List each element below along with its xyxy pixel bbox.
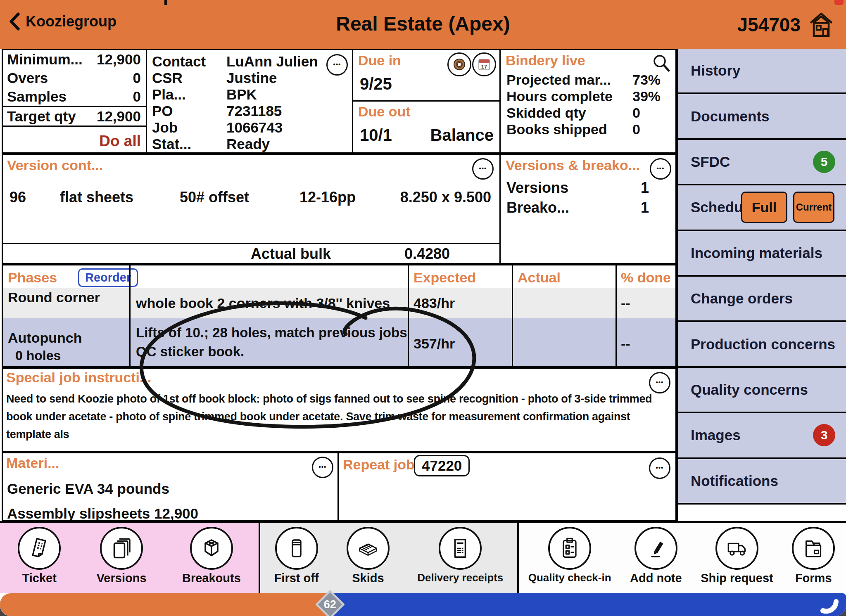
- more-icon[interactable]: [326, 54, 348, 76]
- sidebar-item-documents[interactable]: Documents: [678, 94, 846, 140]
- table-divider: [615, 265, 617, 366]
- quality-check-in-button[interactable]: Quality check-in: [528, 523, 611, 584]
- donut-icon[interactable]: [447, 52, 471, 76]
- material-item: Generic EVA 34 pounds: [7, 481, 169, 497]
- repeat-job-panel: Repeat job 47220: [337, 452, 677, 521]
- progress-value: 62: [324, 598, 336, 611]
- col-done: % done: [621, 270, 671, 286]
- version-content-title: Version cont...: [7, 157, 103, 173]
- add-note-icon: [644, 536, 668, 561]
- sidebar-item-schedule[interactable]: Schedule Full Current: [678, 185, 846, 231]
- add-note-button[interactable]: Add note: [630, 523, 682, 585]
- due-in-date: 9/25: [360, 75, 392, 93]
- sidebar-item-quality-concerns[interactable]: Quality concerns: [678, 368, 846, 413]
- versions-icon: [109, 536, 134, 561]
- search-icon[interactable]: [651, 53, 671, 73]
- col-actual: Actual: [518, 270, 561, 286]
- table-divider: [512, 265, 513, 366]
- job-ticket-app: Kooziegroup Real Estate (Apex) J54703 Mi…: [0, 0, 846, 616]
- materials-panel: Materi... Generic EVA 34 pounds Assembly…: [2, 452, 339, 521]
- special-instructions-text: Need to send Koozie photo of 1st off boo…: [6, 390, 673, 444]
- images-count-badge: 3: [813, 424, 835, 446]
- more-icon[interactable]: [472, 158, 494, 180]
- bindery-row: Books shipped0: [501, 121, 675, 137]
- phases-table: Phases Reorder Expected Actual % done Ro…: [2, 264, 677, 367]
- do-all-button[interactable]: Do all: [99, 133, 141, 150]
- quality-check-in-icon: [557, 536, 582, 561]
- versions-row: Versions1: [501, 178, 675, 198]
- progress-track: [330, 593, 846, 616]
- sidebar-item-change-orders[interactable]: Change orders: [678, 277, 846, 322]
- qty-row: Samples0: [3, 87, 146, 107]
- toolbar-group-pink: Ticket Versions: [0, 523, 260, 593]
- more-icon[interactable]: [650, 158, 671, 180]
- sidebar-item-production-concerns[interactable]: Production concerns: [678, 322, 846, 367]
- delivery-receipts-icon: [448, 536, 473, 561]
- versions-button[interactable]: Versions: [97, 523, 147, 585]
- first-off-icon: [284, 536, 309, 561]
- due-out-date: 10/1: [360, 126, 392, 145]
- progress-bar[interactable]: 62: [0, 593, 846, 616]
- version-stock: 50# offset: [180, 189, 249, 206]
- sidebar-item-images[interactable]: Images 3: [678, 413, 846, 459]
- contact-row: Stat...Ready: [147, 136, 352, 152]
- contact-row: ContactLuAnn Julien: [147, 53, 352, 70]
- skids-button[interactable]: Skids: [347, 523, 390, 585]
- sidebar-item-history[interactable]: History: [678, 49, 846, 94]
- delivery-receipts-button[interactable]: Delivery receipts: [417, 523, 503, 584]
- repeat-job-value[interactable]: 47220: [414, 455, 470, 476]
- phases-title: Phases: [8, 270, 57, 286]
- bindery-row: Skidded qty0: [501, 104, 675, 121]
- progress-fill: [0, 593, 330, 616]
- bindery-panel: Bindery live Projected mar...73% Hours c…: [499, 49, 677, 154]
- version-size: 8.250 x 9.500: [400, 189, 491, 206]
- sidebar-item-incoming-materials[interactable]: Incoming materials: [678, 231, 846, 277]
- forms-button[interactable]: Forms: [792, 523, 835, 585]
- sidebar-item-notifications[interactable]: Notifications: [678, 459, 846, 505]
- phase-row-autopunch[interactable]: Autopunch 0 holes Lifts of 10.; 28 holes…: [3, 318, 675, 366]
- qty-row: Minimum...12,900: [3, 50, 146, 69]
- version-pages: 12-16pp: [299, 189, 356, 206]
- first-off-button[interactable]: First off: [274, 523, 319, 585]
- breakouts-button[interactable]: Breakouts: [182, 523, 241, 585]
- statusbar-remnant: [164, 0, 167, 5]
- bottom-toolbar: Ticket Versions: [0, 521, 846, 593]
- schedule-current-button[interactable]: Current: [793, 192, 834, 223]
- spinner-icon: [820, 596, 839, 614]
- home-icon[interactable]: [807, 10, 835, 40]
- ship-request-button[interactable]: Ship request: [701, 523, 773, 585]
- calendar-icon[interactable]: 17: [472, 52, 496, 76]
- contact-row: PO7231185: [147, 103, 352, 119]
- phase-sub: 0 holes: [15, 348, 61, 363]
- ticket-button[interactable]: Ticket: [18, 523, 61, 585]
- special-instructions-title: Special job instructi...: [6, 370, 151, 386]
- breakouts-icon: [199, 536, 224, 561]
- sidebar-item-sfdc[interactable]: SFDC 5: [678, 140, 846, 185]
- actual-bulk-value: 0.4280: [404, 245, 450, 263]
- job-number: J54703: [737, 14, 801, 36]
- ticket-icon: [27, 536, 52, 561]
- toolbar-group-white: Quality check-in Add note Ship requ: [519, 523, 844, 593]
- battery-icon: [834, 0, 844, 5]
- more-icon[interactable]: [649, 457, 670, 479]
- calendar-day: 17: [481, 64, 487, 70]
- contact-row: Pla...BPK: [147, 86, 352, 103]
- bindery-row: Projected mar...73%: [501, 71, 675, 88]
- actual-bulk-label: Actual bulk: [251, 245, 331, 263]
- contact-panel: ContactLuAnn Julien CSRJustine Pla...BPK…: [146, 49, 353, 154]
- phases-header-row: Phases Reorder Expected Actual % done: [3, 265, 675, 288]
- page-title: Real Estate (Apex): [0, 12, 846, 35]
- materials-title: Materi...: [6, 455, 59, 471]
- phase-row-round-corner[interactable]: Round corner whole book 2 corners with 3…: [3, 288, 675, 318]
- skids-icon: [355, 535, 381, 561]
- balance-label[interactable]: Balance: [430, 126, 494, 145]
- more-icon[interactable]: [312, 457, 333, 478]
- header: Kooziegroup Real Estate (Apex) J54703: [0, 0, 846, 49]
- qty-row: Target qty12,900: [3, 107, 146, 127]
- due-panel: Due in 9/25 17 Due out 10/1 Balance: [352, 49, 501, 154]
- table-divider: [408, 265, 409, 366]
- col-expected: Expected: [413, 270, 476, 286]
- schedule-full-button[interactable]: Full: [741, 192, 787, 223]
- sfdc-count-badge: 5: [813, 151, 835, 173]
- bindery-title: Bindery live: [506, 52, 585, 69]
